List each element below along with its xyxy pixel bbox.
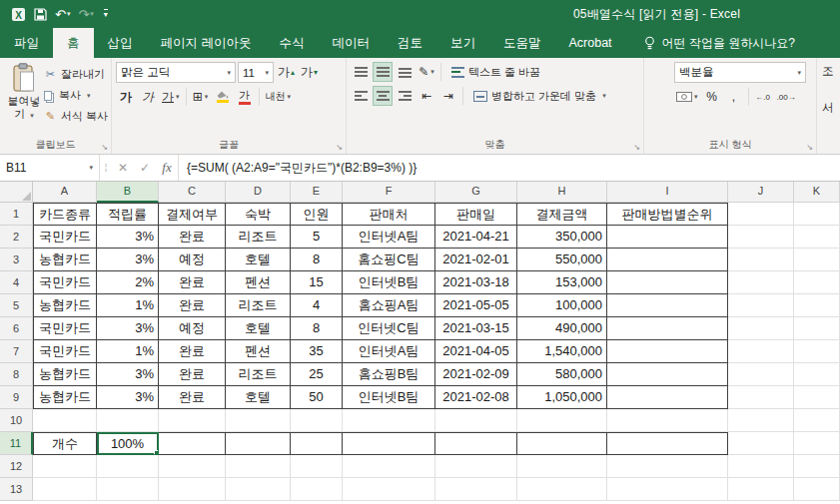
tab-page-layout[interactable]: 페이지 레이아웃 <box>147 28 266 58</box>
cell-I4[interactable] <box>607 271 728 294</box>
cell-D4[interactable]: 펜션 <box>226 271 291 294</box>
cell-C5[interactable]: 완료 <box>159 294 226 317</box>
cell-A11[interactable]: 개수 <box>33 432 97 455</box>
cell-D1[interactable]: 숙박 <box>226 203 291 226</box>
cell-F5[interactable]: 홈쇼핑A팀 <box>343 294 435 317</box>
cell-G5[interactable]: 2021-05-05 <box>435 294 517 317</box>
cell-D5[interactable]: 리조트 <box>226 294 291 317</box>
cell-H4[interactable]: 153,000 <box>517 271 607 294</box>
cell-D3[interactable]: 호텔 <box>226 249 291 271</box>
cell-G8[interactable]: 2021-02-09 <box>435 363 517 386</box>
tab-file[interactable]: 파일 <box>0 28 53 58</box>
cell-F1[interactable]: 판매처 <box>343 203 435 226</box>
accounting-format-button[interactable]: ▾ <box>674 87 700 107</box>
cell-A13[interactable] <box>33 478 97 501</box>
cell-A3[interactable]: 농협카드 <box>33 249 97 271</box>
cell-A1[interactable]: 카드종류 <box>33 203 97 226</box>
tab-acrobat[interactable]: Acrobat <box>554 28 625 58</box>
cell-C1[interactable]: 결제여부 <box>159 203 226 226</box>
tab-insert[interactable]: 삽입 <box>94 28 147 58</box>
cell-E7[interactable]: 35 <box>291 340 343 363</box>
cell-A7[interactable]: 국민카드 <box>33 340 97 363</box>
col-header-e[interactable]: E <box>291 182 343 203</box>
cell-H3[interactable]: 550,000 <box>517 249 607 271</box>
cell-B2[interactable]: 3% <box>97 226 159 249</box>
cancel-button[interactable]: ✕ <box>112 155 134 181</box>
cell-H13[interactable] <box>517 478 607 501</box>
cell-I1[interactable]: 판매방법별순위 <box>607 203 728 226</box>
increase-decimal-button[interactable]: ←.0 <box>753 87 773 107</box>
increase-indent-button[interactable]: ⇥ <box>438 86 458 106</box>
copy-button[interactable]: 복사 ▾ <box>44 87 108 104</box>
cell-J8[interactable] <box>728 363 794 386</box>
cell-G6[interactable]: 2021-03-15 <box>435 317 517 340</box>
row-header-3[interactable]: 3 <box>0 249 33 271</box>
cell-G11[interactable] <box>435 432 517 455</box>
tab-help[interactable]: 도움말 <box>489 28 555 58</box>
orientation-button[interactable]: ✎▾ <box>417 62 436 82</box>
cell-F3[interactable]: 홈쇼핑C팀 <box>343 249 435 271</box>
fill-color-button[interactable] <box>213 87 233 107</box>
cell-C10[interactable] <box>159 409 226 432</box>
cell-F7[interactable]: 인터넷A팀 <box>343 340 435 363</box>
row-header-4[interactable]: 4 <box>0 271 33 294</box>
align-bottom-button[interactable] <box>395 62 415 82</box>
col-header-f[interactable]: F <box>343 182 435 203</box>
bold-button[interactable]: 가 <box>116 87 136 107</box>
phonetic-guide-button[interactable]: 내천▾ <box>264 87 294 107</box>
number-dialog-launcher[interactable]: ↘ <box>806 144 813 152</box>
wrap-text-button[interactable]: 텍스트 줄 바꿈 <box>451 64 540 81</box>
cell-I10[interactable] <box>607 409 728 432</box>
cell-I5[interactable] <box>607 294 728 317</box>
cell-K1[interactable] <box>794 203 840 226</box>
name-box[interactable]: B11 ▾ <box>0 155 100 181</box>
cell-G10[interactable] <box>435 409 517 432</box>
col-header-b[interactable]: B <box>97 182 159 203</box>
cell-G1[interactable]: 판매일 <box>435 203 517 226</box>
cell-D13[interactable] <box>226 478 291 501</box>
cell-E5[interactable]: 4 <box>291 294 343 317</box>
font-dialog-launcher[interactable]: ↘ <box>336 144 343 152</box>
cell-E13[interactable] <box>291 478 343 501</box>
tell-me-search[interactable]: 어떤 작업을 원하시나요? <box>644 28 795 58</box>
cell-K5[interactable] <box>794 294 840 317</box>
cell-C12[interactable] <box>159 455 226 478</box>
redo-button[interactable]: ↷▾ <box>74 3 97 25</box>
formula-input[interactable]: {=SUM( (A2:A9="국민카드")*(B2:B9=3%) )} <box>178 155 840 181</box>
cell-B12[interactable] <box>97 455 159 478</box>
font-color-button[interactable]: 가 <box>235 87 255 107</box>
cell-A6[interactable]: 국민카드 <box>33 317 97 340</box>
cell-G9[interactable]: 2021-02-08 <box>435 386 517 409</box>
row-header-2[interactable]: 2 <box>0 226 33 249</box>
tab-formulas[interactable]: 수식 <box>265 28 318 58</box>
cell-K6[interactable] <box>794 317 840 340</box>
alignment-dialog-launcher[interactable]: ↘ <box>633 144 640 152</box>
font-size-select[interactable]: 11▾ <box>238 62 274 83</box>
cell-K7[interactable] <box>794 340 840 363</box>
row-header-1[interactable]: 1 <box>0 203 33 226</box>
cell-B7[interactable]: 1% <box>97 340 159 363</box>
cell-A2[interactable]: 국민카드 <box>33 226 97 249</box>
cell-K9[interactable] <box>794 386 840 409</box>
cell-K3[interactable] <box>794 249 840 271</box>
cell-I2[interactable] <box>607 226 728 249</box>
cell-K12[interactable] <box>794 455 840 478</box>
cell-F11[interactable] <box>343 432 435 455</box>
cell-E6[interactable]: 8 <box>291 317 343 340</box>
cell-E12[interactable] <box>291 455 343 478</box>
cell-H8[interactable]: 580,000 <box>517 363 607 386</box>
col-header-k[interactable]: K <box>794 182 840 203</box>
cell-I12[interactable] <box>607 455 728 478</box>
col-header-d[interactable]: D <box>226 182 291 203</box>
cell-I13[interactable] <box>607 478 728 501</box>
cell-D11[interactable] <box>226 432 291 455</box>
cell-E11[interactable] <box>291 432 343 455</box>
cell-H9[interactable]: 1,050,000 <box>517 386 607 409</box>
cell-K13[interactable] <box>794 478 840 501</box>
cell-J9[interactable] <box>728 386 794 409</box>
enter-button[interactable]: ✓ <box>134 155 156 181</box>
cell-F8[interactable]: 홈쇼핑B팀 <box>343 363 435 386</box>
row-header-8[interactable]: 8 <box>0 363 33 386</box>
format-painter-button[interactable]: ✎ 서식 복사 <box>44 108 108 125</box>
cell-B13[interactable] <box>97 478 159 501</box>
